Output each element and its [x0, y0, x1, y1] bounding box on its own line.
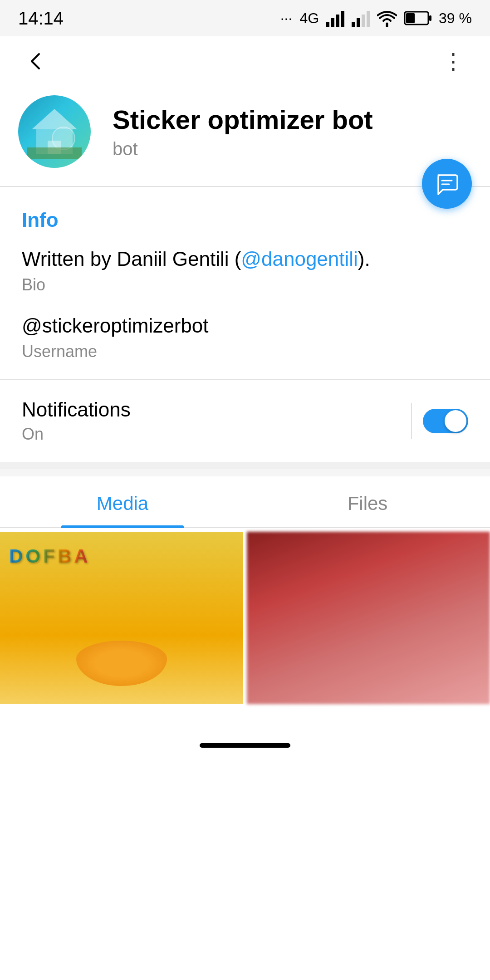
tab-files-label: Files — [348, 493, 388, 514]
notifications-row: Notifications On — [0, 380, 490, 462]
battery-icon — [404, 10, 431, 26]
bio-value: Written by Daniil Gentili (@danogentili)… — [22, 246, 468, 272]
signal-bars2-icon — [352, 9, 370, 27]
username-row: @stickeroptimizerbot Username — [22, 313, 468, 361]
svg-rect-4 — [352, 22, 355, 27]
top-nav: ⋮ — [0, 36, 490, 86]
notifications-toggle[interactable] — [423, 409, 468, 433]
bio-label: Bio — [22, 275, 468, 294]
wifi-icon — [377, 9, 397, 27]
profile-info: Sticker optimizer bot bot — [113, 104, 472, 160]
signal-dots-icon: ··· — [280, 10, 293, 27]
svg-rect-15 — [27, 147, 82, 159]
more-options-button[interactable]: ⋮ — [436, 43, 472, 79]
media-thumb-1[interactable] — [0, 532, 243, 704]
toggle-knob — [445, 410, 466, 432]
bio-row: Written by Daniil Gentili (@danogentili)… — [22, 246, 468, 294]
avatar — [18, 95, 91, 168]
svg-rect-2 — [336, 15, 339, 27]
back-button[interactable] — [18, 43, 54, 79]
tab-media[interactable]: Media — [0, 476, 245, 527]
username-value: @stickeroptimizerbot — [22, 313, 468, 338]
message-fab-button[interactable] — [422, 159, 472, 209]
notifications-right — [411, 403, 468, 439]
bio-text-static: Written by Daniil Gentili ( — [22, 248, 241, 270]
svg-rect-9 — [429, 15, 431, 21]
battery-percent: 39 % — [439, 10, 472, 27]
info-section: Info Written by Daniil Gentili (@danogen… — [0, 187, 490, 361]
svg-rect-7 — [367, 11, 370, 27]
signal-4g-icon: 4G — [299, 10, 319, 27]
svg-rect-0 — [326, 22, 329, 27]
avatar-image — [18, 95, 91, 168]
profile-type: bot — [113, 139, 472, 159]
notifications-title: Notifications — [22, 398, 131, 421]
profile-name: Sticker optimizer bot — [113, 104, 472, 136]
svg-rect-5 — [357, 18, 360, 27]
bottom-area — [0, 704, 490, 759]
info-section-title: Info — [22, 209, 468, 231]
tab-media-label: Media — [97, 493, 148, 514]
bio-text-end: ). — [358, 248, 370, 270]
svg-rect-3 — [341, 11, 344, 27]
username-label: Username — [22, 342, 468, 361]
svg-rect-1 — [331, 18, 334, 27]
svg-marker-12 — [32, 109, 77, 129]
media-grid — [0, 528, 490, 704]
svg-point-14 — [52, 127, 75, 150]
notifications-info: Notifications On — [22, 398, 131, 444]
svg-rect-10 — [406, 13, 415, 23]
tabs-bar: Media Files — [0, 476, 490, 528]
notifications-status: On — [22, 425, 131, 444]
section-divider — [0, 462, 490, 469]
profile-header: Sticker optimizer bot bot — [0, 86, 490, 186]
svg-rect-6 — [362, 15, 365, 27]
home-indicator — [200, 743, 290, 748]
tabs-section: Media Files — [0, 469, 490, 704]
signal-bars-icon — [326, 9, 344, 27]
status-bar: 14:14 ··· 4G — [0, 0, 490, 36]
bio-link[interactable]: @danogentili — [241, 248, 358, 270]
status-time: 14:14 — [18, 8, 64, 29]
media-thumb-2[interactable] — [247, 532, 490, 704]
notifications-vertical-divider — [411, 403, 412, 439]
tab-files[interactable]: Files — [245, 476, 490, 527]
status-icons: ··· 4G — [280, 9, 472, 27]
